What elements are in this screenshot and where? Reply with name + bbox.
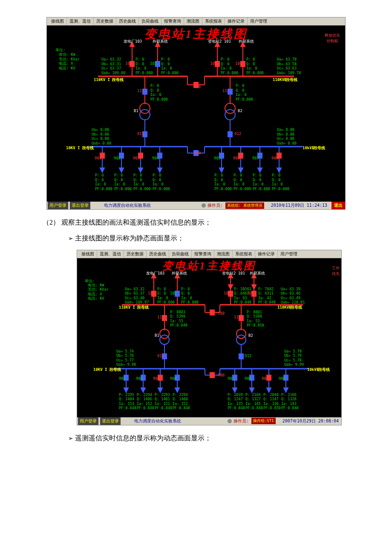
status-bar: 用户登录 退出登录 电力调度自动化实验系统 操作员: 操作组:ST1 2007年… — [77, 417, 341, 425]
pq103: P: 0Q: 0Ia: 0PF:0.000 — [221, 57, 238, 75]
bus-lv1: 10KV I 段母线 — [93, 367, 121, 373]
id912: 912 — [245, 354, 251, 358]
fpq3: P: 2293Q: 1401Ia: 151PF:0.848 — [155, 393, 172, 411]
pq101: P: 0Q: 0Ia: 0PF:0.000 — [135, 57, 153, 75]
src3: 变电站2 101 — [208, 39, 231, 44]
fpq1: P: 0Q: 0Ia: 0PF:0.000 — [95, 173, 112, 191]
logout-button[interactable]: 退出登录 — [70, 202, 90, 209]
svg-point-18 — [140, 103, 150, 113]
src4: 外部系统 — [239, 39, 254, 44]
menu-item[interactable]: 系统报表 — [202, 17, 225, 25]
menu-item[interactable]: 潮流图 — [184, 17, 202, 25]
svg-point-20 — [225, 103, 235, 113]
bus-hv1: 110KV I 段母线 — [119, 305, 149, 310]
volt-lvR: Ua= 0.00Ub= 0.00Uc= 0.00Uab= 0.00 — [277, 127, 297, 146]
fpq4: P: 0Q: 0Ia: 0PF:0.000 — [153, 173, 170, 191]
volt-hvR: Ua= 63.39Ub= 63.46Uc= 63.49Uab= 110.01 — [281, 287, 305, 305]
src1: 发电厂103 — [124, 39, 142, 44]
fpq6: P: 0Q: 0Ia: 0PF:0.000 — [233, 173, 251, 191]
id903: 903 — [153, 376, 160, 381]
menu-item[interactable]: 历史曲线 — [116, 17, 139, 25]
status-bar: 用户登录 退出登录 电力调度自动化实验系统 操作员: 系统组: 系统管理员 20… — [47, 202, 345, 209]
id912: 912 — [234, 132, 241, 136]
id905: 905 — [228, 376, 234, 381]
pq104: P: 0Q: 0Ia: 0PF:0.000 — [246, 57, 264, 75]
menu-item[interactable]: 系统报表 — [233, 250, 255, 258]
id111: 111 — [157, 315, 164, 319]
pq111: P: 0Q: 0Ia: 0PF:0.000 — [150, 84, 168, 102]
svg-point-67 — [160, 335, 169, 344]
menu-item[interactable]: 报警查询 — [192, 250, 214, 258]
svg-rect-57 — [210, 310, 214, 315]
id903: 903 — [133, 156, 140, 160]
system-name: 电力调度自动化实验系统 — [134, 418, 181, 424]
single-line-diagram-2 — [77, 258, 341, 417]
id901: 901 — [95, 156, 101, 160]
id907: 907 — [252, 156, 259, 160]
login-button[interactable]: 用户登录 — [78, 417, 98, 425]
id103: 103 — [210, 61, 217, 66]
id906: 906 — [245, 376, 251, 381]
id911: 911 — [157, 354, 164, 358]
fpq2: P: 0Q: 0Ia: 0PF:0.000 — [114, 173, 132, 191]
menu-bar: 接线图 遥测、遥信 历史数据 历史曲线 负荷曲线 报警查询 潮流图 系统报表 操… — [47, 17, 345, 26]
svg-rect-79 — [210, 373, 214, 378]
fpq7: P: 2040Q: 1247Ia: 136PF:0.850 — [263, 393, 281, 411]
id103: 103 — [224, 291, 231, 295]
menu-item[interactable]: 遥测、遥信 — [67, 17, 94, 25]
pq112: P: 0Q: 0Ia: 0PF:0.000 — [236, 84, 253, 102]
logout-button[interactable]: 退出登录 — [100, 417, 121, 425]
menu-item[interactable]: 遥测、遥信 — [97, 250, 124, 258]
menu-item[interactable]: 接线图 — [49, 17, 67, 25]
quit-button[interactable]: 退出 — [331, 202, 345, 209]
operator-label: 操作员: — [233, 418, 249, 424]
pq103: P: 10563Q: 6467Ia: 63PF:0.848 — [234, 287, 251, 305]
fpq2: P: 2294Q: 1406Ia: 152PF:0.848 — [137, 393, 154, 411]
fpq3: P: 0Q: 0Ia: 0PF:0.000 — [133, 173, 151, 191]
fpq8: P: 0Q: 0Ia: 0PF:0.000 — [272, 173, 289, 191]
id112: 112 — [234, 315, 241, 319]
menu-item[interactable]: 负荷曲线 — [139, 17, 161, 25]
scada-panel-1: 接线图 遥测、遥信 历史数据 历史曲线 负荷曲线 报警查询 潮流图 系统报表 操… — [46, 17, 346, 210]
svg-rect-73 — [239, 354, 243, 359]
pq102: P: 0Q: 0Ia: 0PF:0.000 — [161, 57, 179, 75]
b2: B2 — [238, 109, 242, 113]
menu-item[interactable]: 操作记录 — [225, 17, 248, 25]
menu-item[interactable]: 负荷曲线 — [169, 250, 192, 258]
volt-lvL: Ua= 0.00Ub= 0.00Uc= 0.00Uab= 0.00 — [92, 127, 111, 146]
bus-lv2: 10kVⅡ段母线 — [307, 367, 330, 373]
status-led-icon — [202, 203, 206, 208]
bullet-dynamic: 遥测遥信实时信息的显示称为动态画面显示； — [68, 432, 349, 445]
fpq6: P: 2166Q: 1327Ia: 145PF:0.848 — [245, 393, 263, 411]
fpq5: P: 0Q: 0Ia: 0PF:0.000 — [214, 173, 232, 191]
src2: 外部系统 — [153, 39, 168, 44]
svg-point-19 — [140, 110, 150, 120]
pq104: P: 7042Q: 4311Ia: 42PF:0.848 — [258, 287, 276, 305]
tie900: 900 — [194, 151, 201, 155]
menu-item[interactable]: 报警查询 — [161, 17, 184, 25]
svg-point-69 — [236, 335, 246, 344]
menu-item[interactable]: 接线图 — [79, 250, 97, 258]
id904: 904 — [170, 376, 177, 381]
login-button[interactable]: 用户登录 — [48, 202, 68, 209]
volt-hvL: Ua= 63.32Ub= 63.37Uc= 63.40Uab= 109.97 — [125, 287, 149, 305]
menu-item[interactable]: 用户管理 — [278, 250, 300, 258]
id902: 902 — [114, 156, 121, 160]
src4: 外部系统 — [250, 271, 265, 276]
pq112: P: 8801Q: 5388Ia: 53PF:0.850 — [247, 310, 264, 328]
operator-label: 操作员: — [208, 202, 223, 208]
b1: B1 — [134, 109, 138, 113]
fpq5: P: 2039Q: 1247Ia: 135PF:0.848 — [228, 393, 245, 411]
menu-item[interactable]: 潮流图 — [214, 250, 233, 258]
menu-item[interactable]: 用户管理 — [248, 17, 270, 25]
menu-item[interactable]: 历史曲线 — [147, 250, 169, 258]
menu-item[interactable]: 历史数据 — [124, 250, 147, 258]
menu-item[interactable]: 操作记录 — [255, 250, 278, 258]
scada-panel-2: 接线图 遥测、遥信 历史数据 历史曲线 负荷曲线 报警查询 潮流图 系统报表 操… — [77, 250, 342, 425]
pq102: P: 0Q: 0Ia: 0PF:0.000 — [181, 287, 199, 305]
src3: 变电站2 101 — [222, 271, 245, 276]
pq111: P: 8803Q: 5390Ia: 53PF:0.848 — [170, 310, 187, 328]
svg-rect-25 — [228, 132, 232, 137]
id902: 902 — [136, 376, 143, 381]
menu-item[interactable]: 历史数据 — [94, 17, 116, 25]
